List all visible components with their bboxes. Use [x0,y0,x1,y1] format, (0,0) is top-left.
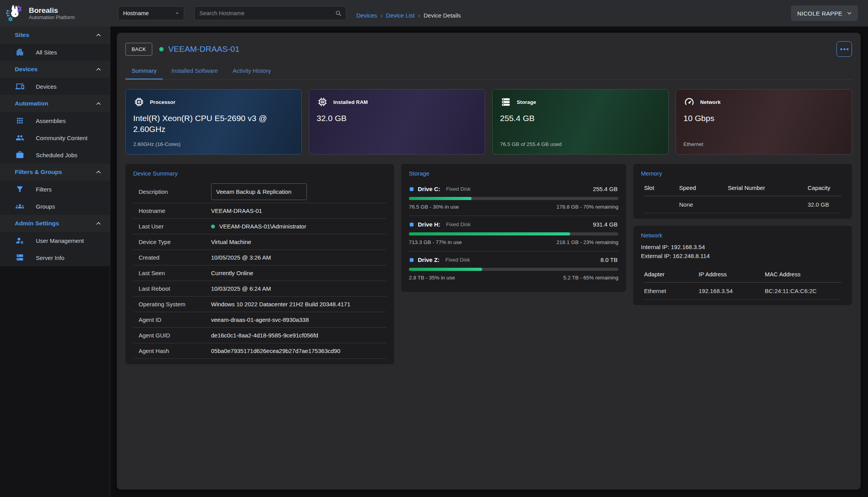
chevron-up-icon [95,169,102,176]
more-actions-button[interactable] [836,41,852,57]
breadcrumb-item[interactable]: Devices [356,12,377,19]
summary-row-value: Virtual Machine [211,239,251,245]
summary-row-value-wrap: de16c0c1-8aa2-4d18-9585-9ce91cf056fd [211,332,318,339]
summary-row-value: Windows 10 2022 Datacenter 21H2 Build 20… [211,301,350,307]
brand-name: Borealis [29,6,75,15]
sidebar-item-label: Server Info [36,255,64,261]
search-input[interactable] [199,10,335,16]
drive-size: 255.4 GB [593,186,618,192]
user-menu-label: NICOLE RAPPE [797,10,842,17]
device-details-card: BACK VEEAM-DRAAS-01 Summary Installed So… [117,33,861,490]
sidebar-item[interactable]: User Management [0,232,110,249]
right-panel-stack: Memory Slot Speed Serial Number Capacity [633,164,852,305]
chevron-down-icon [174,11,180,16]
sidebar-section-header[interactable]: Sites [0,26,110,44]
drive-usage-text: 2.8 TB - 35% in use 5.2 TB - 65% remaini… [409,275,618,281]
summary-row-label: Agent ID [139,316,211,323]
device-summary-panel: Device Summary Description Hostname [125,164,394,364]
network-panel: Network Internal IP: 192.168.3.54 Extern… [633,226,852,305]
drive-used-text: 713.3 GB - 77% in use [409,239,462,245]
drive-usage-fill [409,268,482,271]
summary-row-label: Created [139,254,211,261]
sidebar-item[interactable]: Community Content [0,129,110,146]
summary-row-value-wrap: Windows 10 2022 Datacenter 21H2 Build 20… [211,301,350,307]
summary-row-value-wrap: 05ba0e7935171d626ecea29b27d7ae175363cd90 [211,348,340,354]
storage-panel: Storage Drive C: Fixed Disk 255.4 GB [401,164,626,292]
tab[interactable]: Activity History [226,63,277,79]
memory-serial [728,196,808,213]
summary-row: Created 10/05/2025 @ 3:26 AM [133,250,386,265]
memory-col-capacity: Capacity [808,181,841,196]
back-button[interactable]: BACK [125,43,152,56]
internal-ip: Internal IP: 192.168.3.54 [641,242,844,251]
user-menu-button[interactable]: NICOLE RAPPE [791,5,858,21]
chevron-up-icon [95,32,102,39]
drive-list: Drive C: Fixed Disk 255.4 GB 76.5 GB - 3… [409,181,618,286]
drive-usage-fill [409,197,472,200]
summary-row-value-wrap: 10/03/2025 @ 6:24 AM [211,285,271,292]
memory-col-speed: Speed [679,181,728,196]
brand-text: Borealis Automation Platform [29,6,75,21]
device-tabs: Summary Installed Software Activity Hist… [125,63,852,80]
sidebar-item[interactable]: Groups [0,198,110,215]
sidebar-item-label: Community Content [36,135,88,141]
stat-card-value: 10 Gbps [683,113,839,124]
sidebar-filler [0,266,110,497]
sidebar-item[interactable]: Scheduled Jobs [0,146,110,163]
drive-remaining-text: 218.1 GB - 23% remaining [556,239,618,245]
summary-row-label: Device Type [139,239,211,245]
summary-row-label: Operating System [139,301,211,307]
drive-remaining-text: 178.8 GB - 70% remaining [556,204,618,210]
sidebar-item-label: User Management [36,237,84,244]
summary-row-value-wrap: Currently Online [211,270,253,276]
stat-card-subtext: 2.60GHz (16-Cores) [133,141,294,148]
drive-row: Drive H: Fixed Disk 931.4 GB 713.3 GB - … [409,216,618,251]
sidebar-item[interactable]: Filters [0,181,110,198]
drive-used-text: 2.8 TB - 35% in use [409,275,455,281]
description-input[interactable] [211,183,307,200]
main-column: Hostname Devices › Device List › [110,0,868,497]
stat-card: Network 10 Gbps Ethernet [676,89,852,155]
stat-card-header: Installed RAM [317,96,477,108]
drive-size: 8.0 TB [600,256,618,263]
description-row: Description [133,181,386,203]
sidebar-section-header[interactable]: Devices [0,61,110,78]
breadcrumb-item[interactable]: Device List [386,12,414,19]
stat-card-subtext [317,141,477,148]
sidebar-section-label: Filters & Groups [15,169,62,176]
sidebar-item[interactable]: All Sites [0,44,110,61]
memory-table: Slot Speed Serial Number Capacity [641,181,844,213]
sidebar-item-label: Groups [36,203,55,210]
memory-col-slot: Slot [644,181,679,196]
tab[interactable]: Installed Software [165,63,224,79]
app-root: Borealis Automation Platform Sites All S… [0,0,868,497]
tab[interactable]: Summary [125,63,163,79]
sidebar-section-header[interactable]: Automation [0,95,110,112]
drive-row: Drive C: Fixed Disk 255.4 GB 76.5 GB - 3… [409,181,618,216]
sidebar-item[interactable]: Server Info [0,249,110,266]
sidebar-item-label: Scheduled Jobs [36,152,77,158]
summary-row-value-wrap: Virtual Machine [211,239,251,245]
brand-tagline: Automation Platform [29,14,75,20]
sidebar-item-label: Assemblies [36,118,66,124]
sidebar-nav: Sites All Sites Devices [0,26,110,266]
summary-row-value: de16c0c1-8aa2-4d18-9585-9ce91cf056fd [211,332,318,339]
stat-card-subtext: Ethernet [683,141,844,148]
user-gear-icon [16,236,24,245]
sidebar-item[interactable]: Assemblies [0,112,110,129]
drive-usage-text: 713.3 GB - 77% in use 218.1 GB - 23% rem… [409,239,618,245]
sidebar-section-header[interactable]: Admin Settings [0,215,110,232]
sidebar-item[interactable]: Devices [0,78,110,95]
sidebar-section-label: Sites [15,32,29,39]
drive-usage-bar [409,268,618,271]
topbar: Hostname Devices › Device List › [110,0,868,26]
brand-logo-row[interactable]: Borealis Automation Platform [0,0,110,26]
breadcrumb-item[interactable]: Device Details [424,12,461,19]
drive-header: Drive C: Fixed Disk 255.4 GB [409,186,618,192]
drive-bullet-icon [410,258,414,262]
sidebar-item-label: All Sites [36,49,57,56]
sidebar-section-header[interactable]: Filters & Groups [0,163,110,181]
online-status-dot [211,225,215,228]
search-field-select[interactable]: Hostname [118,6,184,20]
search-icon[interactable] [335,10,342,17]
